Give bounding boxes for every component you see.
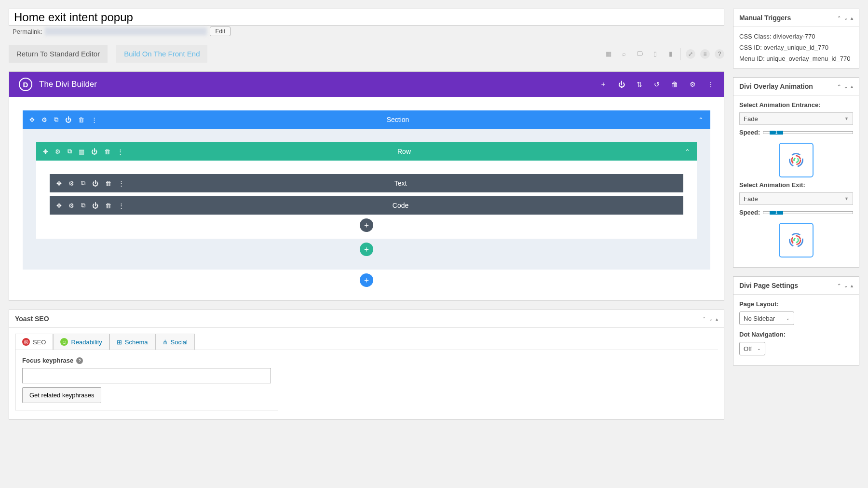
tablet-icon[interactable]: ▯ [650,49,660,59]
chevron-down-icon[interactable]: ⌄ [844,15,848,21]
gear-icon[interactable]: ⚙ [68,180,74,187]
power-icon[interactable]: ⏻ [91,148,97,155]
section-label: Section [97,116,698,123]
phone-icon[interactable]: ▮ [665,49,676,59]
columns-icon[interactable]: ▥ [79,148,84,155]
chevron-down-icon[interactable]: ⌄ [844,283,848,288]
trash-icon[interactable]: 🗑 [105,202,111,209]
page-settings-panel: Divi Page Settings ⌃⌄▴ Page Layout: No S… [733,276,859,366]
expand-icon[interactable]: ⤢ [686,49,695,59]
chevron-up-icon[interactable]: ⌃ [837,15,841,21]
edit-permalink-button[interactable]: Edit [210,27,231,36]
divi-builder-panel: D The Divi Builder ＋ ⏻ ⇅ ↺ 🗑 ⚙ ⋮ ✥ ⚙ ⧉ ⏻ [9,71,724,301]
tab-social[interactable]: Social [155,334,195,350]
move-icon[interactable]: ✥ [29,116,35,123]
chevron-up-icon[interactable]: ⌃ [837,283,841,288]
move-icon[interactable]: ✥ [56,180,62,187]
exit-speed-slider[interactable]: 1 [763,211,853,214]
collapse-icon[interactable]: ▴ [851,15,853,21]
more-icon[interactable]: ⋮ [117,148,123,155]
copy-icon[interactable]: ⧉ [68,148,72,155]
wireframe-icon[interactable]: ▦ [603,49,614,59]
sort-icon[interactable]: ⇅ [637,81,642,88]
chevron-up-icon[interactable]: ⌃ [837,84,841,89]
chevron-down-icon[interactable]: ⌄ [709,316,713,322]
page-settings-title: Divi Page Settings [739,282,798,289]
layers-icon[interactable]: ≡ [700,49,710,59]
collapse-icon[interactable]: ▴ [851,84,853,89]
manual-triggers-title: Manual Triggers [739,14,791,22]
trash-icon[interactable]: 🗑 [105,180,111,187]
gear-icon[interactable]: ⚙ [55,148,61,155]
history-icon[interactable]: ↺ [654,81,660,88]
move-icon[interactable]: ✥ [43,148,48,155]
entrance-speed-slider[interactable]: 1 [763,131,853,134]
trash-icon[interactable]: 🗑 [104,148,110,155]
module-code[interactable]: ✥ ⚙ ⧉ ⏻ 🗑 ⋮ Code [50,196,683,215]
add-section-button[interactable]: ＋ [360,273,373,287]
dot-nav-label: Dot Navigation: [739,331,853,338]
chevron-up-icon[interactable]: ⌃ [702,316,706,322]
gear-icon[interactable]: ⚙ [68,202,74,209]
section-bar[interactable]: ✥ ⚙ ⧉ ⏻ 🗑 ⋮ Section ⌃ [23,110,710,129]
focus-keyphrase-input[interactable] [22,368,271,383]
more-icon[interactable]: ⋮ [91,116,97,123]
exit-dropdown[interactable]: Fade [739,192,853,205]
desktop-icon[interactable]: 🖵 [634,49,645,59]
gear-icon[interactable]: ⚙ [690,81,696,88]
css-class-info: CSS Class: divioverlay-770 [739,33,853,40]
copy-icon[interactable]: ⧉ [81,179,85,187]
svg-point-5 [794,238,799,243]
copy-icon[interactable]: ⧉ [54,116,58,123]
entrance-label: Select Animation Entrance: [739,101,853,108]
power-icon[interactable]: ⏻ [618,81,625,88]
speed-label: Speed: [739,209,760,216]
page-layout-select[interactable]: No Sidebar⌄ [739,312,794,325]
collapse-icon[interactable]: ▴ [851,283,853,288]
help-icon[interactable]: ? [715,49,724,59]
entrance-preview [779,143,814,177]
collapse-icon[interactable]: ▴ [716,316,718,322]
exit-label: Select Animation Exit: [739,181,853,189]
chevron-up-icon[interactable]: ⌃ [698,116,704,123]
gear-icon[interactable]: ⚙ [41,116,47,123]
more-icon[interactable]: ⋮ [118,202,124,209]
builder-title: The Divi Builder [39,80,97,89]
tab-schema[interactable]: Schema [109,334,155,350]
help-icon[interactable]: ? [76,357,83,364]
get-related-keyphrases-button[interactable]: Get related keyphrases [22,387,101,403]
tab-readability[interactable]: ☺Readability [53,334,109,350]
post-title-input[interactable] [9,9,724,26]
more-icon[interactable]: ⋮ [707,81,714,88]
zoom-icon[interactable]: ⌕ [619,49,629,59]
power-icon[interactable]: ⏻ [65,116,71,123]
trash-icon[interactable]: 🗑 [78,116,84,123]
dot-nav-select[interactable]: Off⌄ [739,342,765,355]
module-text[interactable]: ✥ ⚙ ⧉ ⏻ 🗑 ⋮ Text [50,174,683,192]
build-front-end-button[interactable]: Build On The Front End [116,45,207,63]
chevron-down-icon[interactable]: ⌄ [844,84,848,89]
sad-face-icon: ☹ [22,338,30,346]
chevron-up-icon[interactable]: ⌃ [685,148,690,155]
svg-point-1 [792,156,800,164]
module-label: Code [124,202,677,209]
page-layout-label: Page Layout: [739,300,853,308]
share-icon [163,339,168,346]
move-icon[interactable]: ✥ [56,202,62,209]
return-standard-editor-button[interactable]: Return To Standard Editor [9,45,108,63]
power-icon[interactable]: ⏻ [92,202,98,209]
add-icon[interactable]: ＋ [600,80,607,89]
entrance-dropdown[interactable]: Fade [739,112,853,125]
add-row-button[interactable]: ＋ [360,243,373,256]
trash-icon[interactable]: 🗑 [671,81,678,88]
focus-keyphrase-label: Focus keyphrase [22,357,73,364]
copy-icon[interactable]: ⧉ [81,202,85,209]
more-icon[interactable]: ⋮ [118,180,124,187]
permalink-url[interactable] [45,27,207,35]
add-module-button[interactable]: ＋ [360,218,373,232]
divider [680,48,681,60]
builder-header: D The Divi Builder ＋ ⏻ ⇅ ↺ 🗑 ⚙ ⋮ [9,72,724,97]
tab-seo[interactable]: ☹SEO [15,334,53,350]
power-icon[interactable]: ⏻ [92,180,98,187]
row-bar[interactable]: ✥ ⚙ ⧉ ▥ ⏻ 🗑 ⋮ Row ⌃ [36,142,697,161]
